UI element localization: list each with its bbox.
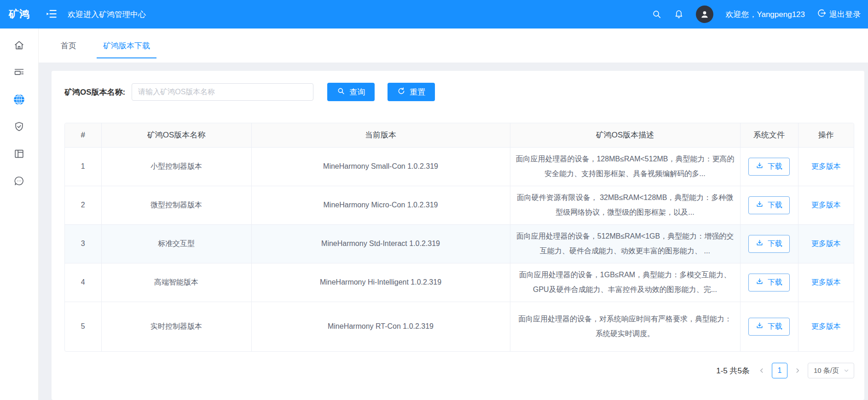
download-button-label: 下载	[768, 322, 782, 331]
col-index: #	[65, 123, 101, 147]
chevron-down-icon	[844, 367, 849, 375]
logout-label: 退出登录	[829, 9, 861, 20]
pagination-total: 1-5 共5条	[716, 366, 750, 376]
cell-file: 下载	[740, 263, 798, 302]
cell-ops: 更多版本	[798, 186, 854, 224]
table-row: 1 小型控制器版本 MineHarmony Small-Con 1.0.2.31…	[65, 147, 854, 186]
download-button[interactable]: 下载	[748, 158, 790, 176]
menu-fold-button[interactable]	[45, 7, 58, 22]
header-actions: 欢迎您，Yangpeng123 退出登录	[652, 6, 868, 23]
cell-desc: 面向硬件资源有限设备， 32MB≤RAM<128MB，典型能力：多种微型级网络协…	[510, 186, 740, 224]
col-desc: 矿鸿OS版本描述	[510, 123, 740, 147]
content-area: 矿鸿OS版本名称: 查询	[39, 63, 868, 400]
reset-button[interactable]: 重置	[388, 83, 435, 101]
download-button[interactable]: 下载	[748, 318, 790, 336]
download-icon	[756, 162, 764, 171]
cell-desc: 面向应用处理器的设备，512MB≤RAM<1GB，典型能力：增强的交互能力、硬件…	[510, 224, 740, 263]
cell-file: 下载	[740, 224, 798, 263]
more-versions-link[interactable]: 更多版本	[811, 201, 841, 209]
col-version: 当前版本	[251, 123, 510, 147]
more-versions-link[interactable]: 更多版本	[811, 162, 841, 170]
page-size-select[interactable]: 10 条/页	[808, 363, 854, 378]
menu-fold-icon	[45, 7, 58, 22]
download-button-label: 下载	[768, 239, 782, 249]
more-versions-link[interactable]: 更多版本	[811, 240, 841, 247]
query-button-label: 查询	[349, 87, 365, 97]
table-row-highlighted: 3 标准交互型 MineHarmony Std-Interact 1.0.2.3…	[65, 224, 854, 263]
tab-bar: 首页 矿鸿版本下载	[39, 29, 868, 63]
download-button-label: 下载	[768, 278, 782, 287]
page-number-current[interactable]: 1	[772, 363, 787, 378]
cell-name: 标准交互型	[101, 224, 251, 263]
cell-version: MineHarmony Hi-Intelligent 1.0.2.319	[251, 263, 510, 302]
shield-check-icon	[13, 121, 25, 134]
logout-button[interactable]: 退出登录	[817, 8, 861, 20]
cell-file: 下载	[740, 302, 798, 351]
cell-desc: 面向应用处理器的设备，1GB≤RAM，典型能力：多模交互能力、GPU及硬件合成能…	[510, 263, 740, 302]
tab-home[interactable]: 首页	[61, 29, 76, 63]
os-version-name-input[interactable]	[132, 83, 313, 101]
table-row: 4 高端智能版本 MineHarmony Hi-Intelligent 1.0.…	[65, 263, 854, 302]
sidebar-item-security[interactable]	[14, 122, 25, 133]
cell-ops: 更多版本	[798, 224, 854, 263]
cell-name: 小型控制器版本	[101, 147, 251, 186]
next-page-button[interactable]	[793, 363, 802, 378]
user-avatar[interactable]	[696, 6, 713, 23]
tab-os-download[interactable]: 矿鸿版本下载	[103, 29, 150, 63]
download-button[interactable]: 下载	[748, 235, 790, 253]
cell-version: MineHarmony Micro-Con 1.0.2.319	[251, 186, 510, 224]
cell-index: 1	[65, 147, 101, 186]
download-button-label: 下载	[768, 162, 782, 171]
cell-ops: 更多版本	[798, 147, 854, 186]
sidebar-item-os-versions-active[interactable]	[14, 95, 25, 106]
sidebar-item-messages[interactable]	[14, 176, 25, 187]
logout-icon	[817, 8, 827, 20]
bell-icon[interactable]	[674, 9, 684, 19]
layout-icon	[13, 148, 25, 161]
col-name: 矿鸿OS版本名称	[101, 123, 251, 147]
cell-index: 5	[65, 302, 101, 351]
cell-version: MineHarmony RT-Con 1.0.2.319	[251, 302, 510, 351]
cell-ops: 更多版本	[798, 263, 854, 302]
cell-name: 实时控制器版本	[101, 302, 251, 351]
cell-ops: 更多版本	[798, 302, 854, 351]
cell-index: 3	[65, 224, 101, 263]
table-header-row: # 矿鸿OS版本名称 当前版本 矿鸿OS版本描述 系统文件 操作	[65, 123, 854, 147]
more-versions-link[interactable]: 更多版本	[811, 278, 841, 286]
cell-name: 微型控制器版本	[101, 186, 251, 224]
cell-name: 高端智能版本	[101, 263, 251, 302]
query-button[interactable]: 查询	[327, 83, 375, 101]
download-button[interactable]: 下载	[748, 274, 790, 291]
col-ops: 操作	[798, 123, 854, 147]
download-button[interactable]: 下载	[748, 196, 790, 214]
list-card-icon	[13, 67, 25, 80]
filter-label: 矿鸿OS版本名称:	[64, 87, 125, 97]
main-area: 首页 矿鸿版本下载 矿鸿OS版本名称: 查询	[39, 29, 868, 400]
download-icon	[756, 200, 764, 210]
app-header: 矿鸿 欢迎进入矿鸿管理中心	[0, 0, 868, 29]
filter-row: 矿鸿OS版本名称: 查询	[64, 71, 854, 101]
sidebar-item-layout[interactable]	[14, 149, 25, 160]
cell-index: 4	[65, 263, 101, 302]
home-icon	[13, 40, 25, 53]
sidebar-item-devices[interactable]	[14, 68, 25, 79]
message-icon	[13, 175, 25, 189]
welcome-text: 欢迎您，Yangpeng123	[725, 9, 805, 20]
cell-desc: 面向应用处理器的设备，128MB≤RAM<512MB，典型能力：更高的安全能力、…	[510, 147, 740, 186]
download-icon	[756, 278, 764, 287]
sidebar-item-home[interactable]	[14, 40, 25, 51]
cell-file: 下载	[740, 147, 798, 186]
prev-page-button[interactable]	[757, 363, 766, 378]
globe-icon	[13, 93, 25, 108]
cell-desc: 面向应用处理器的设备，对系统响应时间有严格要求，典型能力：系统硬实时调度。	[510, 302, 740, 351]
query-search-icon	[337, 87, 345, 97]
more-versions-link[interactable]: 更多版本	[811, 322, 841, 330]
cell-version: MineHarmony Small-Con 1.0.2.319	[251, 147, 510, 186]
cell-index: 2	[65, 186, 101, 224]
os-version-table: # 矿鸿OS版本名称 当前版本 矿鸿OS版本描述 系统文件 操作 1	[64, 123, 854, 352]
page-title: 欢迎进入矿鸿管理中心	[68, 9, 146, 20]
app-logo: 矿鸿	[0, 7, 39, 21]
table-row: 5 实时控制器版本 MineHarmony RT-Con 1.0.2.319 面…	[65, 302, 854, 351]
table-row: 2 微型控制器版本 MineHarmony Micro-Con 1.0.2.31…	[65, 186, 854, 224]
search-icon[interactable]	[652, 9, 662, 19]
